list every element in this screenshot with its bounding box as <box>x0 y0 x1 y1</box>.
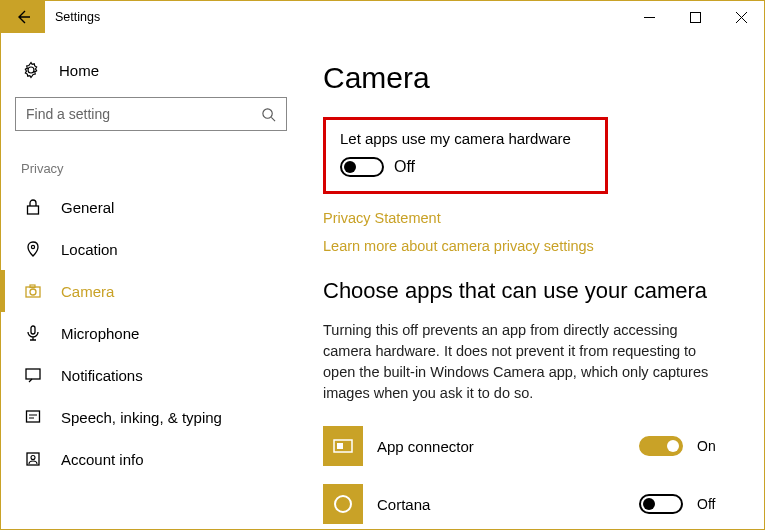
svg-point-14 <box>335 496 351 512</box>
maximize-button[interactable] <box>672 1 718 33</box>
sidebar-item-general[interactable]: General <box>1 186 287 228</box>
home-label: Home <box>59 62 99 79</box>
cortana-toggle[interactable] <box>639 494 683 514</box>
search-input[interactable]: Find a setting <box>15 97 287 131</box>
svg-rect-7 <box>31 326 35 334</box>
app-name: App connector <box>377 438 625 455</box>
svg-rect-6 <box>30 285 35 288</box>
sidebar-item-label: Location <box>61 241 118 258</box>
notifications-icon <box>23 366 43 384</box>
svg-rect-13 <box>337 443 343 449</box>
camera-access-toggle[interactable] <box>340 157 384 177</box>
sidebar-item-notifications[interactable]: Notifications <box>1 354 287 396</box>
app-state: Off <box>697 496 723 512</box>
minimize-button[interactable] <box>626 1 672 33</box>
close-button[interactable] <box>718 1 764 33</box>
svg-rect-9 <box>27 411 40 422</box>
sidebar-item-location[interactable]: Location <box>1 228 287 270</box>
sidebar-item-microphone[interactable]: Microphone <box>1 312 287 354</box>
location-icon <box>23 240 43 258</box>
sidebar-item-account[interactable]: Account info <box>1 438 287 480</box>
app-row-cortana: Cortana Off <box>323 484 723 524</box>
sidebar-item-label: General <box>61 199 114 216</box>
cortana-icon <box>323 484 363 524</box>
sidebar-item-label: Camera <box>61 283 114 300</box>
maximize-icon <box>690 12 701 23</box>
search-icon <box>261 107 276 122</box>
arrow-left-icon <box>14 8 32 26</box>
sidebar-item-label: Microphone <box>61 325 139 342</box>
svg-rect-2 <box>28 206 39 214</box>
section-label: Privacy <box>15 161 287 186</box>
svg-point-5 <box>30 289 36 295</box>
highlighted-setting: Let apps use my camera hardware Off <box>323 117 608 194</box>
back-button[interactable] <box>1 1 45 33</box>
app-connector-toggle[interactable] <box>639 436 683 456</box>
svg-rect-8 <box>26 369 40 379</box>
window-title: Settings <box>45 1 110 33</box>
toggle-state: Off <box>394 158 415 176</box>
app-name: Cortana <box>377 496 625 513</box>
camera-icon <box>23 282 43 300</box>
toggle-label: Let apps use my camera hardware <box>340 130 591 147</box>
sidebar-item-label: Notifications <box>61 367 143 384</box>
description-text: Turning this off prevents an app from di… <box>323 320 723 404</box>
lock-icon <box>23 198 43 216</box>
sidebar-item-camera[interactable]: Camera <box>1 270 287 312</box>
home-button[interactable]: Home <box>15 55 287 97</box>
learn-more-link[interactable]: Learn more about camera privacy settings <box>323 238 742 254</box>
page-title: Camera <box>323 61 742 95</box>
privacy-statement-link[interactable]: Privacy Statement <box>323 210 742 226</box>
account-icon <box>23 450 43 468</box>
minimize-icon <box>644 12 655 23</box>
app-state: On <box>697 438 723 454</box>
svg-point-1 <box>263 108 272 117</box>
section-subtitle: Choose apps that can use your camera <box>323 278 742 304</box>
app-row-connector: App connector On <box>323 426 723 466</box>
app-connector-icon <box>323 426 363 466</box>
sidebar-item-label: Account info <box>61 451 144 468</box>
microphone-icon <box>23 324 43 342</box>
svg-rect-0 <box>690 12 700 22</box>
close-icon <box>736 12 747 23</box>
svg-point-11 <box>31 456 35 460</box>
sidebar-item-label: Speech, inking, & typing <box>61 409 222 426</box>
svg-point-3 <box>31 245 34 248</box>
speech-icon <box>23 408 43 426</box>
search-placeholder: Find a setting <box>26 106 261 122</box>
sidebar-item-speech[interactable]: Speech, inking, & typing <box>1 396 287 438</box>
gear-icon <box>21 61 41 79</box>
